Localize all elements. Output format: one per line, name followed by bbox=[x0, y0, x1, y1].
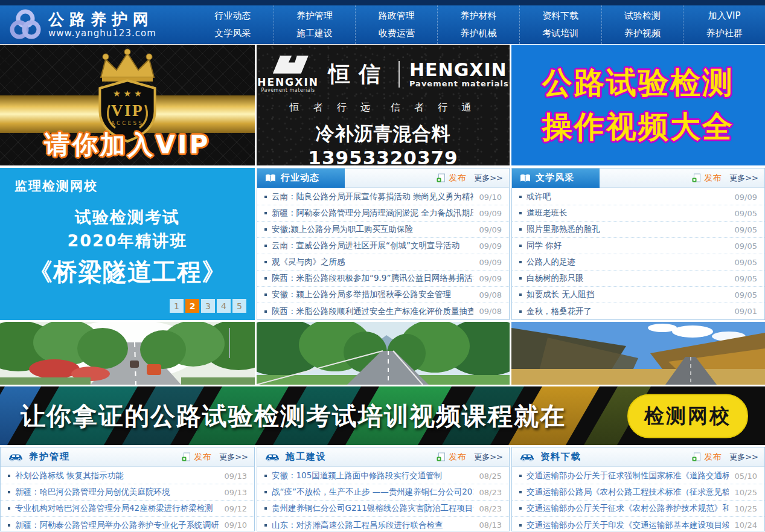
news-title[interactable]: 安徽：颍上公路分局多举措加强秋季公路安全管理 bbox=[272, 289, 473, 300]
panel-header-actions: 发布 更多>> bbox=[692, 452, 764, 463]
menu-link-bottom[interactable]: 施工建设 bbox=[274, 25, 356, 42]
course-slider[interactable]: 监理检测网校 试验检测考试 2020年精讲班 《桥梁隧道工程》 1 2 3 4 … bbox=[0, 168, 255, 320]
news-item[interactable]: 照片里那熟悉的脸孔 09/05 bbox=[512, 222, 764, 238]
news-title[interactable]: 陕西：米脂公路段积极参加“9.9”腾讯公益日网络募捐活动 bbox=[272, 273, 473, 284]
photo-mountain-valley-road[interactable] bbox=[511, 322, 765, 385]
publish-link[interactable]: 发布 bbox=[692, 173, 721, 184]
news-title[interactable]: 公路人的足迹 bbox=[527, 257, 729, 268]
news-title[interactable]: 新疆：阿勒泰公路管理分局清理涵洞淤泥 全力备战汛期压力 bbox=[272, 208, 473, 219]
news-title[interactable]: 照片里那熟悉的脸孔 bbox=[527, 224, 729, 235]
slider-page[interactable]: 3 bbox=[201, 299, 215, 313]
news-item[interactable]: 安徽;颍上公路分局为职工购买互助保险 09/09 bbox=[257, 222, 509, 238]
news-item[interactable]: 贵州建养铜仁分公司G211银榕线公路灾害防治工程项目部召开工... 08/23 bbox=[257, 501, 509, 517]
news-item[interactable]: 如要成长 无人阻挡 09/05 bbox=[512, 287, 764, 303]
panel-tab[interactable]: 文学风采 bbox=[512, 168, 600, 188]
site-logo[interactable]: 公路养护网 www.yanghu123.com bbox=[0, 8, 192, 41]
news-item[interactable]: 专业机构对哈巴河公路管理分局42座桥梁进行桥梁检测 09/12 bbox=[1, 501, 254, 517]
menu-link-top[interactable]: 资料下载 bbox=[520, 7, 601, 25]
menu-link-bottom[interactable]: 文学风采 bbox=[192, 25, 274, 42]
slider-page[interactable]: 1 bbox=[170, 299, 184, 313]
menu-link-bottom[interactable]: 考试培训 bbox=[520, 25, 601, 42]
publish-link[interactable]: 发布 bbox=[692, 452, 721, 463]
news-title[interactable]: 交通运输部公路局《农村公路工程技术标准（征求意见稿）》 bbox=[527, 487, 729, 498]
news-title[interactable]: 云南：宣威公路分局进社区开展“创城”文明宣导活动 bbox=[272, 240, 473, 251]
photo-tree-lined-road[interactable] bbox=[0, 322, 255, 385]
news-item[interactable]: 白杨树的那只眼 09/05 bbox=[512, 271, 764, 287]
news-title[interactable]: 山东：对济潍高速公路工程昌乐段进行联合检查 bbox=[272, 520, 473, 531]
menu-link-top[interactable]: 加入VIP bbox=[683, 7, 765, 25]
news-title[interactable]: 或许吧 bbox=[527, 191, 729, 202]
news-title[interactable]: 云南：陆良公路分局开展宣传募捐活动 崇尚见义勇为精神 bbox=[272, 191, 473, 202]
news-item[interactable]: 补划公路标线 恢复其指示功能 09/13 bbox=[1, 468, 254, 484]
menu-link-top[interactable]: 养护材料 bbox=[438, 7, 519, 25]
more-link[interactable]: 更多>> bbox=[474, 452, 503, 463]
publish-link[interactable]: 发布 bbox=[437, 173, 466, 184]
news-item[interactable]: 陕西：米脂公路段顺利通过安全生产标准化评价质量抽查 09/08 bbox=[257, 303, 509, 319]
publish-link[interactable]: 发布 bbox=[182, 452, 211, 463]
news-item[interactable]: 安徽：颍上公路分局多举措加强秋季公路安全管理 09/08 bbox=[257, 287, 509, 303]
news-title[interactable]: 新疆：阿勒泰公路管理局举办公路养护专业化子系统调研 工作会议 bbox=[15, 520, 219, 531]
slider-page[interactable]: 4 bbox=[217, 299, 231, 313]
news-item[interactable]: 观《灵与肉》之所感 09/09 bbox=[257, 254, 509, 271]
news-title[interactable]: 道班老班长 bbox=[527, 208, 729, 219]
news-title[interactable]: 安徽;颍上公路分局为职工购买互助保险 bbox=[272, 224, 473, 235]
news-item[interactable]: 交通运输部办公厅关于印发《交通运输部基本建设项目竣工财务... 10/24 bbox=[512, 517, 764, 532]
svg-text:VIP: VIP bbox=[111, 101, 144, 120]
news-item[interactable]: 交通运输部办公厅关于征求《农村公路养护技术规范》和《农村... 10/25 bbox=[512, 501, 764, 517]
news-title[interactable]: 观《灵与肉》之所感 bbox=[272, 257, 473, 268]
news-item[interactable]: 新疆：哈巴河公路管理分局创优美庭院环境 09/13 bbox=[1, 484, 254, 501]
news-title[interactable]: 白杨树的那只眼 bbox=[527, 273, 729, 284]
news-title[interactable]: 金秋，格桑花开了 bbox=[527, 306, 729, 317]
news-item[interactable]: 安徽：105国道颍上路面中修路段实行交通管制 08/25 bbox=[257, 468, 509, 484]
hengxin-ad-banner[interactable]: HENGXIN Pavement materials 恒信 HENGXIN Pa… bbox=[257, 45, 510, 165]
news-title[interactable]: 安徽：105国道颍上路面中修路段实行交通管制 bbox=[272, 470, 473, 481]
news-item[interactable]: 金秋，格桑花开了 09/01 bbox=[512, 303, 764, 319]
news-item[interactable]: 道班老班长 09/05 bbox=[512, 205, 764, 222]
more-link[interactable]: 更多>> bbox=[729, 173, 758, 184]
menu-link-top[interactable]: 行业动态 bbox=[192, 7, 274, 25]
news-title[interactable]: 战“疫”不放松，生产不止步 ——贵州建养铜仁分公司2021年公... bbox=[272, 487, 473, 498]
news-title[interactable]: 同学 你好 bbox=[527, 240, 729, 251]
news-title[interactable]: 新疆：哈巴河公路管理分局创优美庭院环境 bbox=[15, 487, 219, 498]
menu-link-top[interactable]: 试验检测 bbox=[602, 7, 683, 25]
training-ad-banner[interactable]: 让你拿证的公路试验检测考试培训视频课程就在 检测网校 bbox=[0, 386, 765, 445]
news-title[interactable]: 贵州建养铜仁分公司G211银榕线公路灾害防治工程项目部召开工... bbox=[272, 503, 473, 514]
news-item[interactable]: 交通运输部公路局《农村公路工程技术标准（征求意见稿）》 10/25 bbox=[512, 484, 764, 501]
menu-link-bottom[interactable]: 养护视频 bbox=[602, 25, 683, 42]
menu-link-top[interactable]: 路政管理 bbox=[356, 7, 437, 25]
slider-page[interactable]: 5 bbox=[232, 299, 246, 313]
news-item[interactable]: 新疆：阿勒泰公路管理分局清理涵洞淤泥 全力备战汛期压力 09/09 bbox=[257, 205, 509, 222]
news-item[interactable]: 山东：对济潍高速公路工程昌乐段进行联合检查 08/13 bbox=[257, 517, 509, 532]
panel-tab[interactable]: 行业动态 bbox=[257, 168, 345, 188]
news-item[interactable]: 云南：陆良公路分局开展宣传募捐活动 崇尚见义勇为精神 09/10 bbox=[257, 189, 509, 205]
slider-page[interactable]: 2 bbox=[185, 299, 199, 313]
news-item[interactable]: 陕西：米脂公路段积极参加“9.9”腾讯公益日网络募捐活动 09/09 bbox=[257, 271, 509, 287]
news-title[interactable]: 交通运输部办公厅关于印发《交通运输部基本建设项目竣工财务... bbox=[527, 520, 729, 531]
test-video-banner[interactable]: 公路试验检测 操作视频大全 bbox=[511, 45, 765, 165]
news-item[interactable]: 同学 你好 09/05 bbox=[512, 238, 764, 254]
news-item[interactable]: 公路人的足迹 09/05 bbox=[512, 254, 764, 271]
news-title[interactable]: 交通运输部办公厅关于征求强制性国家标准《道路交通标志和标... bbox=[527, 470, 729, 481]
more-link[interactable]: 更多>> bbox=[474, 173, 503, 184]
news-title[interactable]: 专业机构对哈巴河公路管理分局42座桥梁进行桥梁检测 bbox=[15, 503, 219, 514]
menu-link-bottom[interactable]: 养护社群 bbox=[683, 25, 765, 42]
publish-link[interactable]: 发布 bbox=[437, 452, 466, 463]
news-item[interactable]: 或许吧 09/09 bbox=[512, 189, 764, 205]
news-title[interactable]: 如要成长 无人阻挡 bbox=[527, 289, 729, 300]
more-link[interactable]: 更多>> bbox=[729, 452, 758, 463]
photo-forest-highway[interactable] bbox=[257, 322, 510, 385]
news-title[interactable]: 补划公路标线 恢复其指示功能 bbox=[15, 470, 219, 481]
news-title[interactable]: 陕西：米脂公路段顺利通过安全生产标准化评价质量抽查 bbox=[272, 306, 473, 317]
vip-banner[interactable]: ★ ★ ★ VIP ACCESS 请你加入VIP bbox=[0, 45, 255, 165]
news-item[interactable]: 新疆：阿勒泰公路管理局举办公路养护专业化子系统调研 工作会议 09/10 bbox=[1, 517, 254, 532]
menu-link-bottom[interactable]: 收费运营 bbox=[356, 25, 437, 42]
training-school-button[interactable]: 检测网校 bbox=[627, 394, 748, 438]
more-link[interactable]: 更多>> bbox=[219, 452, 248, 463]
news-item[interactable]: 交通运输部办公厅关于征求强制性国家标准《道路交通标志和标... 05/10 bbox=[512, 468, 764, 484]
menu-link-top[interactable]: 养护管理 bbox=[274, 7, 356, 25]
news-item[interactable]: 战“疫”不放松，生产不止步 ——贵州建养铜仁分公司2021年公... 08/23 bbox=[257, 484, 509, 501]
panel-header: 养护管理 发布 更多>> bbox=[1, 447, 254, 467]
news-item[interactable]: 云南：宣威公路分局进社区开展“创城”文明宣导活动 09/09 bbox=[257, 238, 509, 254]
news-title[interactable]: 交通运输部办公厅关于征求《农村公路养护技术规范》和《农村... bbox=[527, 503, 729, 514]
menu-link-bottom[interactable]: 养护机械 bbox=[438, 25, 519, 42]
